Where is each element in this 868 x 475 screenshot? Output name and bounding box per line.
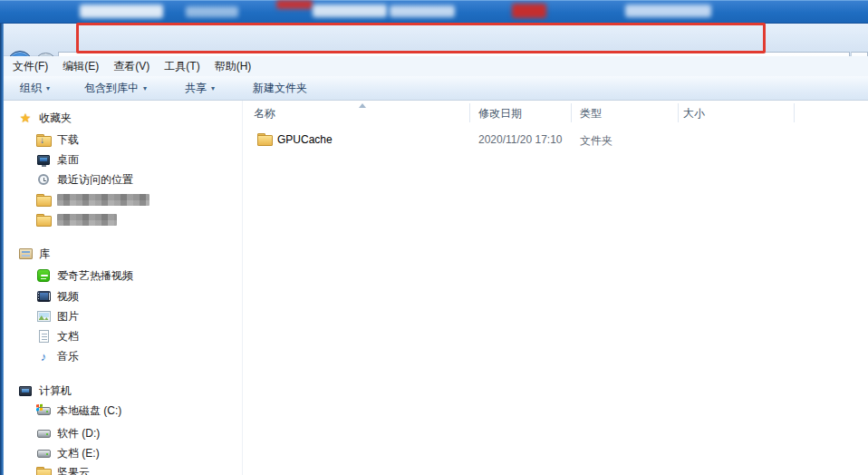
- sidebar-item-desktop[interactable]: 桌面: [36, 150, 79, 169]
- folder-icon: [36, 213, 51, 226]
- sidebar-item-iqiyi-videos[interactable]: 爱奇艺热播视频: [36, 267, 133, 285]
- drive-c-icon: [36, 404, 51, 417]
- sidebar-item-documents[interactable]: 文档: [36, 327, 79, 345]
- censored-title-text: [390, 5, 455, 17]
- sidebar-item-label: 桌面: [57, 152, 79, 168]
- sidebar-section-favorites[interactable]: ★ 收藏夹: [18, 109, 72, 127]
- sidebar-item-label: 文档 (E:): [57, 446, 100, 461]
- file-list-pane: 名称 修改日期 类型 大小 GPUCache 2020/11/20 17:10 …: [243, 101, 868, 475]
- share-label: 共享: [185, 81, 207, 96]
- censored-title-text: [625, 5, 711, 17]
- new-folder-button[interactable]: 新建文件夹: [246, 77, 314, 100]
- share-button[interactable]: 共享 ▾: [178, 77, 222, 100]
- sidebar-item-label: 音乐: [57, 349, 79, 364]
- library-icon: [18, 247, 33, 260]
- menu-view[interactable]: 查看(V): [106, 57, 157, 76]
- sidebar-item-drive-e[interactable]: 文档 (E:): [36, 444, 100, 462]
- include-in-library-button[interactable]: 包含到库中 ▾: [77, 77, 154, 100]
- sidebar-item-pictures[interactable]: 图片: [36, 307, 79, 325]
- pictures-icon: [36, 310, 51, 323]
- title-bar[interactable]: [0, 0, 868, 24]
- organize-label: 组织: [20, 81, 42, 96]
- explorer-window: ← → ▾ « 本地磁盘 (C:) ▸ Users ▸ Administrato…: [0, 0, 868, 475]
- column-headers: 名称 修改日期 类型 大小: [243, 103, 868, 122]
- organize-button[interactable]: 组织 ▾: [13, 77, 57, 100]
- sidebar-item-label: 最近访问的位置: [57, 172, 133, 188]
- sidebar-item-local-disk-c[interactable]: 本地磁盘 (C:): [36, 402, 121, 420]
- sidebar-item-censored[interactable]: [36, 190, 149, 208]
- sidebar-item-recent-places[interactable]: 最近访问的位置: [36, 170, 133, 189]
- sidebar-item-videos[interactable]: 视频: [36, 287, 79, 305]
- recent-places-icon: [36, 173, 51, 186]
- menu-bar: 文件(F) 编辑(E) 查看(V) 工具(T) 帮助(H): [0, 56, 868, 76]
- sidebar-item-nutstore[interactable]: 坚果云: [36, 463, 90, 475]
- new-folder-label: 新建文件夹: [253, 81, 307, 96]
- navigation-band: ← → ▾ « 本地磁盘 (C:) ▸ Users ▸ Administrato…: [0, 24, 868, 56]
- column-divider[interactable]: [571, 103, 572, 122]
- drive-icon: [36, 447, 51, 460]
- command-toolbar: 组织 ▾ 包含到库中 ▾ 共享 ▾ 新建文件夹: [0, 76, 868, 101]
- sidebar-item-music[interactable]: ♪ 音乐: [36, 347, 79, 365]
- file-name: GPUCache: [277, 133, 333, 146]
- folder-icon: [36, 193, 51, 206]
- folder-icon: [36, 466, 51, 475]
- censored-red-badge: [512, 4, 546, 18]
- sidebar-item-label: 爱奇艺热播视频: [57, 268, 133, 284]
- column-header-type[interactable]: 类型: [580, 106, 602, 121]
- menu-help[interactable]: 帮助(H): [207, 57, 259, 76]
- include-in-library-label: 包含到库中: [84, 81, 139, 96]
- sidebar-item-label: 下载: [57, 132, 79, 148]
- desktop-icon: [36, 153, 51, 166]
- sidebar-item-label: 本地磁盘 (C:): [57, 403, 121, 419]
- navigation-pane: ★ 收藏夹 ↓ 下载 桌面 最近访问的位置 库 爱奇艺热播视频: [4, 101, 243, 475]
- sidebar-section-label: 计算机: [39, 383, 72, 399]
- folder-icon: [257, 133, 272, 144]
- menu-file[interactable]: 文件(F): [5, 57, 55, 76]
- column-header-name[interactable]: 名称: [254, 106, 275, 121]
- sidebar-section-computer[interactable]: 计算机: [18, 382, 72, 400]
- file-row-gpucache[interactable]: GPUCache 2020/11/20 17:10 文件夹: [243, 130, 868, 150]
- sidebar-item-drive-d[interactable]: 软件 (D:): [36, 424, 100, 442]
- censored-label: [57, 194, 149, 206]
- iqiyi-icon: [36, 269, 51, 282]
- censored-title-text: [186, 6, 238, 17]
- sort-ascending-icon: [359, 103, 366, 108]
- sidebar-item-label: 坚果云: [57, 465, 90, 475]
- downloads-folder-icon: ↓: [36, 133, 51, 146]
- censored-label: [57, 214, 117, 226]
- drive-icon: [36, 427, 51, 440]
- favorites-star-icon: ★: [18, 111, 33, 124]
- sidebar-item-label: 图片: [57, 309, 79, 325]
- sidebar-item-label: 软件 (D:): [57, 426, 100, 441]
- menu-tools[interactable]: 工具(T): [157, 57, 207, 76]
- computer-icon: [18, 384, 33, 397]
- censored-title-text: [80, 5, 163, 18]
- column-divider[interactable]: [469, 103, 470, 122]
- file-type: 文件夹: [580, 133, 612, 149]
- column-header-date-modified[interactable]: 修改日期: [478, 106, 522, 121]
- music-icon: ♪: [36, 350, 51, 363]
- sidebar-section-label: 库: [39, 247, 50, 262]
- chevron-down-icon: ▾: [46, 84, 50, 92]
- column-header-size[interactable]: 大小: [683, 106, 705, 121]
- censored-red-badge: [276, 0, 313, 9]
- sidebar-item-label: 视频: [57, 289, 79, 305]
- sidebar-item-censored[interactable]: [36, 210, 117, 228]
- sidebar-section-libraries[interactable]: 库: [18, 245, 50, 263]
- sidebar-item-downloads[interactable]: ↓ 下载: [36, 131, 79, 149]
- videos-icon: [36, 290, 51, 303]
- sidebar-section-label: 收藏夹: [39, 111, 72, 126]
- menu-edit[interactable]: 编辑(E): [55, 57, 106, 76]
- sidebar-item-label: 文档: [57, 329, 79, 344]
- chevron-down-icon: ▾: [143, 84, 147, 92]
- file-date-modified: 2020/11/20 17:10: [478, 133, 563, 146]
- chevron-down-icon: ▾: [211, 84, 215, 92]
- censored-title-text: [313, 5, 387, 17]
- column-divider[interactable]: [794, 103, 795, 122]
- documents-icon: [36, 330, 51, 343]
- column-divider[interactable]: [678, 103, 679, 122]
